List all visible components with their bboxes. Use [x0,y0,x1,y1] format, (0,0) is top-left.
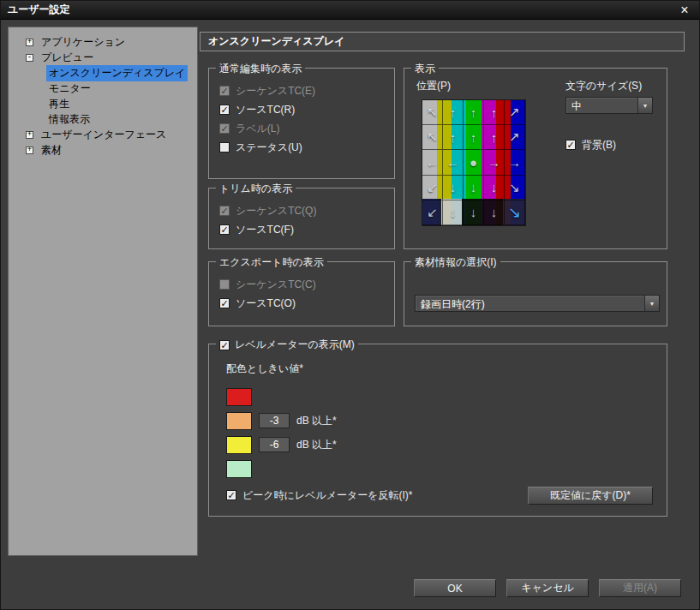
text-size-dropdown[interactable]: 中 ▼ [565,97,653,114]
checkbox-icon: ✓ [219,224,230,235]
collapse-icon[interactable]: - [26,54,33,62]
expand-icon[interactable]: + [26,131,33,139]
tree-item-application[interactable]: + アプリケーション [9,34,197,50]
tree-item-playback[interactable]: 再生 [9,96,197,111]
checkbox-source-tc-o[interactable]: ✓ ソースTC(O) [219,294,384,313]
position-cell[interactable]: ↑ [464,100,484,125]
position-cell[interactable]: ↘ [505,176,525,200]
threshold-input-orange[interactable] [259,413,290,428]
checkbox-icon: ✓ [219,86,230,96]
position-cells: ↖↑↑↑↗↖↑↑↑↗←←●→→↙↓↓↓↘↙↓↓↓↘ [422,100,525,225]
checkbox-source-tc-r[interactable]: ✓ ソースTC(R) [219,100,384,119]
position-grid: ↖↑↑↑↗↖↑↑↑↗←←●→→↙↓↓↓↘↙↓↓↓↘ [422,99,526,226]
dropdown-arrow-icon[interactable]: ▼ [637,98,652,113]
expand-icon[interactable]: + [26,147,33,154]
level-meter-row [226,457,653,481]
tree-item-info-display[interactable]: 情報表示 [9,111,197,127]
color-swatch-red[interactable] [226,388,252,406]
group-source-info: 素材情報の選択(I) 録画日時(2行) ▼ [404,261,667,326]
cancel-button[interactable]: キャンセル [506,579,589,597]
tree-item-source-material[interactable]: + 素材 [9,142,197,158]
checkbox-icon: ✓ [219,105,230,115]
position-cell[interactable]: ↓ [484,200,505,225]
level-meter-row: dB 以上* [226,409,653,433]
color-swatch-orange[interactable] [226,412,252,430]
ok-button[interactable]: OK [414,579,496,597]
position-cell[interactable]: ↓ [443,176,464,200]
checkbox-invert-peak-i[interactable]: ✓ ピーク時にレベルメーターを反転(I)* [226,486,413,505]
threshold-input-yellow[interactable] [259,437,290,452]
colors-threshold-label: 配色としきい値* [226,362,653,376]
position-cell[interactable]: ↑ [464,125,484,150]
position-cell[interactable]: ● [464,150,484,175]
page-title-text: オンスクリーンディスプレイ [208,34,344,49]
tree-item-preview[interactable]: - プレビュー [9,50,197,65]
group-title: トリム時の表示 [216,182,296,196]
position-cell[interactable]: ↗ [505,125,525,150]
color-swatch-mint[interactable] [226,460,252,478]
text-size-label: 文字のサイズ(S) [565,79,642,93]
page-title: オンスクリーンディスプレイ [200,32,685,51]
group-title: 素材情報の選択(I) [411,255,500,270]
group-trim-display: トリム時の表示 ✓ シーケンスTC(Q) ✓ ソースTC(F) [208,188,395,249]
footer: OK キャンセル 適用(A) [414,579,681,597]
level-meter-row [226,385,653,409]
threshold-suffix: dB 以上* [296,414,337,428]
close-icon[interactable]: × [677,3,692,18]
expand-icon[interactable]: + [26,39,33,46]
position-cell[interactable]: ← [443,150,464,175]
position-cell[interactable]: ↘ [505,200,525,225]
reset-defaults-button[interactable]: 既定値に戻す(D)* [528,487,653,505]
text-size-value: 中 [566,98,637,113]
checkbox-sequence-tc-c[interactable]: シーケンスTC(C) [219,275,384,294]
tree-item-onscreen-display[interactable]: オンスクリーンディスプレイ [9,65,197,81]
position-cell[interactable]: ↑ [443,100,464,125]
checkbox-background-b[interactable]: ✓ 背景(B) [565,135,616,154]
tree-item-user-interface[interactable]: + ユーザーインターフェース [9,127,197,142]
tree-item-monitor[interactable]: モニター [9,81,197,96]
checkbox-icon: ✓ [565,140,576,150]
position-cell[interactable]: → [505,150,525,175]
group-export-display: エクスポート時の表示 シーケンスTC(C) ✓ ソースTC(O) [208,261,395,326]
position-cell[interactable]: → [484,150,505,175]
position-cell[interactable]: ↙ [422,176,443,200]
position-cell[interactable]: ← [422,150,443,175]
user-settings-dialog: ユーザー設定 × + アプリケーション - プレビュー オンスクリーンディスプレ… [0,0,700,610]
position-cell[interactable]: ↓ [464,176,484,200]
position-cell[interactable]: ↑ [443,125,464,150]
apply-button[interactable]: 適用(A) [599,579,681,597]
checkbox-icon: ✓ [219,206,230,216]
level-meter-row: dB 以上* [226,433,653,457]
checkbox-label-l[interactable]: ✓ ラベル(L) [219,119,384,138]
checkbox-icon: ✓ [219,123,230,134]
group-display: 表示 位置(P) ↖↑↑↑↗↖↑↑↑↗←←●→→↙↓↓↓↘↙↓↓↓↘ 文字のサイ… [404,68,667,249]
position-label: 位置(P) [416,79,451,93]
dropdown-arrow-icon[interactable]: ▼ [644,296,659,311]
title-bar[interactable]: ユーザー設定 × [1,1,699,20]
source-info-dropdown[interactable]: 録画日時(2行) ▼ [415,295,660,312]
position-cell[interactable]: ↗ [505,100,525,125]
checkbox-icon [219,142,230,152]
checkbox-source-tc-f[interactable]: ✓ ソースTC(F) [219,220,384,239]
group-title: 表示 [411,62,439,76]
group-level-meter: ✓ レベルメーターの表示(M) 配色としきい値* dB 以上* dB 以上* [208,344,667,517]
group-title: エクスポート時の表示 [216,255,327,270]
position-cell[interactable]: ↑ [484,100,505,125]
source-info-value: 録画日時(2行) [416,296,644,311]
position-cell[interactable]: ↖ [422,125,443,150]
position-cell[interactable]: ↑ [484,125,505,150]
position-cell[interactable]: ↓ [484,176,505,200]
checkbox-icon [219,279,230,290]
checkbox-status-u[interactable]: ステータス(U) [219,138,384,157]
position-cell[interactable]: ↓ [464,200,484,225]
group-title: 通常編集時の表示 [216,62,305,76]
position-cell[interactable]: ↓ [443,200,464,225]
position-cell[interactable]: ↖ [422,100,443,125]
checkbox-sequence-tc-q[interactable]: ✓ シーケンスTC(Q) [219,201,384,220]
window-title: ユーザー設定 [8,3,70,17]
color-swatch-yellow[interactable] [226,436,252,454]
threshold-suffix: dB 以上* [296,438,337,452]
checkbox-sequence-tc-e[interactable]: ✓ シーケンスTC(E) [219,81,384,100]
settings-tree: + アプリケーション - プレビュー オンスクリーンディスプレイ モニター 再生… [8,27,198,556]
position-cell[interactable]: ↙ [422,200,443,225]
